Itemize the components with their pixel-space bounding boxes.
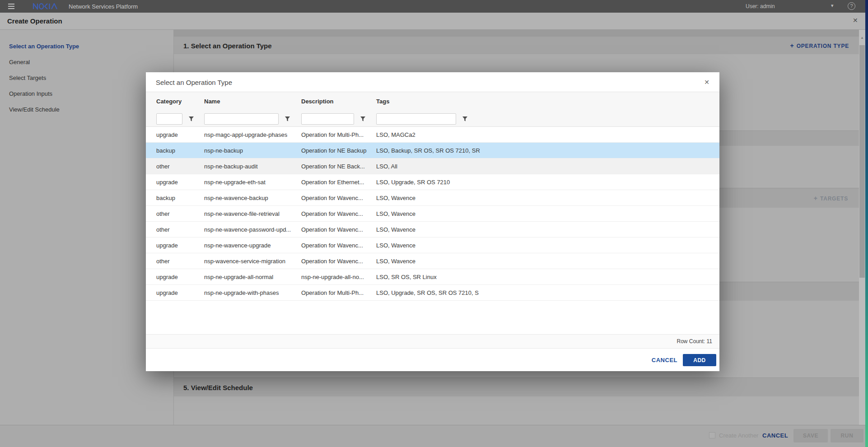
cell-description: Operation for Ethernet...	[301, 179, 376, 186]
table-header: Category Name Description Tags	[146, 92, 719, 127]
app-title: Network Services Platform	[69, 3, 138, 10]
close-icon[interactable]: ✕	[853, 17, 858, 24]
filter-funnel-icon[interactable]	[285, 116, 290, 121]
scrollbar-thumb[interactable]	[859, 45, 865, 278]
cell-description: Operation for Wavenc...	[301, 258, 376, 265]
cell-name: nsp-ne-upgrade-eth-sat	[204, 179, 301, 186]
screen: Network Services Platform User: admin ▾ …	[0, 0, 868, 447]
column-name: Name	[204, 98, 301, 105]
plus-icon: +	[790, 42, 793, 49]
cell-category: upgrade	[156, 242, 204, 249]
cell-name: nsp-ne-upgrade-with-phases	[204, 289, 301, 296]
cell-category: backup	[156, 147, 204, 154]
top-bar: Network Services Platform User: admin ▾ …	[0, 0, 868, 13]
cell-name: nsp-ne-wavence-password-upd...	[204, 226, 301, 233]
filter-category-input[interactable]	[156, 113, 182, 125]
chevron-down-icon[interactable]: ▾	[831, 3, 834, 9]
cell-tags: LSO, Wavence	[376, 258, 719, 265]
table-row[interactable]: backup nsp-ne-backup Operation for NE Ba…	[146, 143, 719, 158]
cell-description: Operation for NE Back...	[301, 163, 376, 170]
user-menu[interactable]: User: admin	[746, 3, 775, 9]
nokia-logo	[33, 3, 59, 9]
create-another-checkbox[interactable]	[709, 432, 715, 438]
table-footer: Row Count: 11	[146, 334, 719, 349]
select-operation-type-dialog: Select an Operation Type ✕ Category Name…	[146, 72, 719, 371]
filter-funnel-icon[interactable]	[360, 116, 365, 121]
cell-category: upgrade	[156, 274, 204, 280]
dialog-close-icon[interactable]: ✕	[704, 79, 709, 86]
filter-tags-input[interactable]	[376, 113, 456, 125]
cell-name: nsp-ne-wavence-backup	[204, 195, 301, 201]
sidebar-item-select-operation-type[interactable]: Select an Operation Type	[0, 38, 173, 54]
cell-name: nsp-ne-wavence-upgrade	[204, 242, 301, 249]
dialog-title: Select an Operation Type	[156, 78, 232, 86]
row-count: Row Count: 11	[677, 335, 713, 348]
cell-category: other	[156, 226, 204, 233]
add-operation-type-button[interactable]: +OPERATION TYPE	[790, 42, 849, 49]
create-another-label: Create Another	[719, 432, 758, 439]
table-row[interactable]: other nsp-wavence-service-migration Oper…	[146, 253, 719, 269]
cell-description: Operation for Multi-Ph...	[301, 131, 376, 138]
cell-name: nsp-ne-backup-audit	[204, 163, 301, 170]
column-description: Description	[301, 98, 376, 105]
cancel-button[interactable]: CANCEL	[762, 432, 788, 439]
table-row[interactable]: other nsp-ne-wavence-file-retrieval Oper…	[146, 206, 719, 222]
page-background-gap	[174, 30, 859, 36]
dialog-add-button[interactable]: ADD	[683, 354, 716, 366]
table-row[interactable]: upgrade nsp-magc-appl-upgrade-phases Ope…	[146, 127, 719, 143]
table-row[interactable]: upgrade nsp-ne-upgrade-with-phases Opera…	[146, 285, 719, 301]
table-filter-row	[146, 111, 719, 127]
cell-category: upgrade	[156, 179, 204, 186]
cell-tags: LSO, Wavence	[376, 226, 719, 233]
table-column-labels: Category Name Description Tags	[146, 92, 719, 111]
filter-funnel-icon[interactable]	[189, 116, 194, 121]
cell-tags: LSO, Upgrade, SR OS, SR OS 7210, S	[376, 289, 719, 296]
cell-name: nsp-magc-appl-upgrade-phases	[204, 131, 301, 138]
section-1-header: 1. Select an Operation Type +OPERATION T…	[174, 36, 859, 54]
help-icon[interactable]: ?	[848, 2, 855, 10]
section-5-header: 5. View/Edit Schedule	[174, 377, 859, 396]
filter-funnel-icon[interactable]	[462, 116, 467, 121]
cell-description: Operation for Wavenc...	[301, 242, 376, 249]
save-button[interactable]: SAVE	[793, 429, 828, 442]
table-row[interactable]: upgrade nsp-ne-upgrade-eth-sat Operation…	[146, 174, 719, 190]
filter-description-input[interactable]	[301, 113, 354, 125]
run-button[interactable]: RUN	[831, 429, 863, 442]
cell-description: Operation for Wavenc...	[301, 210, 376, 217]
scrollbar-up-icon[interactable]: ▲	[859, 36, 865, 40]
cell-name: nsp-ne-upgrade-all-normal	[204, 274, 301, 280]
section-1-title: 1. Select an Operation Type	[183, 42, 272, 49]
table-row[interactable]: other nsp-ne-backup-audit Operation for …	[146, 158, 719, 174]
table-row[interactable]: upgrade nsp-ne-wavence-upgrade Operation…	[146, 237, 719, 253]
cell-description: Operation for Wavenc...	[301, 195, 376, 201]
cell-name: nsp-ne-wavence-file-retrieval	[204, 210, 301, 217]
cell-description: Operation for Multi-Ph...	[301, 289, 376, 296]
operation-table-body: upgrade nsp-magc-appl-upgrade-phases Ope…	[146, 127, 719, 301]
cell-tags: LSO, Wavence	[376, 195, 719, 201]
add-targets-button[interactable]: +TARGETS	[814, 195, 848, 202]
table-row[interactable]: backup nsp-ne-wavence-backup Operation f…	[146, 190, 719, 206]
table-row[interactable]: upgrade nsp-ne-upgrade-all-normal nsp-ne…	[146, 269, 719, 285]
page-title: Create Operation	[7, 17, 62, 25]
section-5-title: 5. View/Edit Schedule	[183, 383, 253, 391]
cell-category: backup	[156, 195, 204, 201]
cell-tags: LSO, SR OS, SR Linux	[376, 274, 719, 280]
table-row[interactable]: other nsp-ne-wavence-password-upd... Ope…	[146, 222, 719, 237]
cell-tags: LSO, Upgrade, SR OS 7210	[376, 179, 719, 186]
cell-category: other	[156, 210, 204, 217]
column-category: Category	[156, 98, 204, 105]
sidebar-item-general[interactable]: General	[0, 54, 173, 70]
cell-category: other	[156, 163, 204, 170]
menu-icon[interactable]	[8, 4, 14, 9]
cell-category: other	[156, 258, 204, 265]
cell-tags: LSO, Wavence	[376, 242, 719, 249]
cell-tags: LSO, All	[376, 163, 719, 170]
cell-description: Operation for NE Backup	[301, 147, 376, 154]
cell-tags: LSO, Wavence	[376, 210, 719, 217]
dialog-cancel-button[interactable]: CANCEL	[652, 357, 677, 363]
cell-tags: LSO, Backup, SR OS, SR OS 7210, SR	[376, 147, 719, 154]
brand-edge-stripe	[865, 0, 868, 447]
filter-name-input[interactable]	[204, 113, 279, 125]
cell-tags: LSO, MAGCa2	[376, 131, 719, 138]
page-bar: Create Operation ✕	[0, 13, 868, 30]
